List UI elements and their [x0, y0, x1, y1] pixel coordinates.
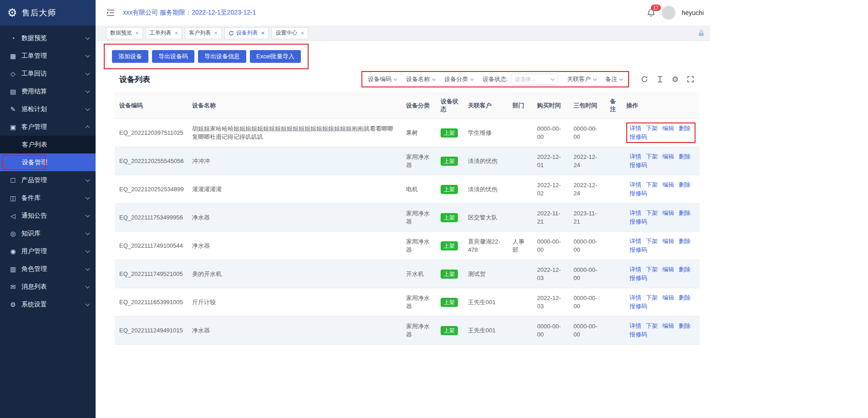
action-detail-link[interactable]: 详情	[629, 181, 641, 189]
column-header: 备注	[605, 92, 622, 119]
action-edit-link[interactable]: 编辑	[662, 124, 674, 133]
action-repair-code-link[interactable]: 报修码	[629, 331, 647, 339]
tab-customer-list[interactable]: 客户列表×	[185, 27, 222, 39]
column-header: 设备分类	[401, 92, 436, 119]
sidebar-item-product-management[interactable]: ☐产品管理	[0, 171, 96, 189]
action-delete-link[interactable]: 删除	[679, 209, 690, 217]
sidebar-subitem-label: 设备管理	[22, 158, 89, 167]
sidebar-item-knowledge-base[interactable]: ◎知识库	[0, 224, 96, 242]
filter-device-status[interactable]: 设备状态:请选择...	[482, 74, 558, 85]
action-take-down-link[interactable]: 下架	[646, 181, 658, 189]
action-repair-code-link[interactable]: 报修码	[629, 274, 647, 282]
action-take-down-link[interactable]: 下架	[646, 209, 658, 217]
action-edit-link[interactable]: 编辑	[662, 153, 674, 161]
sidebar-item-message-list[interactable]: ✉消息列表	[0, 278, 96, 296]
filter-device-code[interactable]: 设备编码	[368, 75, 397, 83]
action-take-down-link[interactable]: 下架	[646, 265, 658, 274]
sidebar-item-notices[interactable]: ◁通知公告	[0, 207, 96, 224]
cell-device-status: 上架	[436, 147, 463, 175]
sidebar-item-data-preview[interactable]: ◔数据预览	[0, 29, 96, 47]
action-repair-code-link[interactable]: 报修码	[629, 302, 647, 311]
fullscreen-icon[interactable]	[687, 76, 694, 83]
cell-device-category: 家用净水器	[401, 147, 436, 175]
username[interactable]: heyuchi	[682, 9, 704, 16]
action-repair-code-link[interactable]: 报修码	[629, 189, 647, 198]
sidebar-subitem-customer-list[interactable]: 客户列表	[0, 136, 96, 153]
action-edit-link[interactable]: 编辑	[662, 209, 674, 217]
cell-device-status: 上架	[436, 288, 463, 316]
close-icon[interactable]: ×	[214, 30, 218, 36]
action-edit-link[interactable]: 编辑	[662, 237, 674, 245]
sidebar-item-label: 备件库	[21, 194, 86, 202]
collapse-sidebar-icon[interactable]	[107, 9, 115, 16]
cell-warranty-date: 0000-00-00	[569, 119, 605, 147]
export-icon[interactable]	[656, 76, 664, 83]
action-repair-code-link[interactable]: 报修码	[629, 246, 647, 254]
action-take-down-link[interactable]: 下架	[646, 124, 658, 133]
tab-work-order-list[interactable]: 工单列表×	[146, 27, 183, 39]
action-take-down-link[interactable]: 下架	[646, 153, 658, 161]
action-detail-link[interactable]: 详情	[629, 153, 641, 161]
sidebar-item-fee-settlement[interactable]: ▤费用结算	[0, 82, 96, 100]
sidebar-item-work-order-management[interactable]: ▦工单管理	[0, 47, 96, 65]
close-icon[interactable]: ×	[135, 30, 139, 36]
tab-device-list[interactable]: 设备列表×	[224, 27, 269, 39]
notification-bell-icon[interactable]: 17	[647, 9, 655, 17]
action-edit-link[interactable]: 编辑	[662, 322, 674, 330]
filter-device-category[interactable]: 设备分类	[444, 75, 473, 83]
action-delete-link[interactable]: 删除	[679, 237, 690, 245]
close-icon[interactable]: ×	[261, 30, 265, 36]
sidebar-item-customer-management[interactable]: ▣客户管理	[0, 118, 96, 136]
sidebar-item-spare-parts[interactable]: ◫备件库	[0, 189, 96, 207]
logo: ⚙ 售后大师	[0, 0, 96, 25]
action-edit-link[interactable]: 编辑	[662, 181, 674, 189]
export-device-info-button[interactable]: 导出设备信息	[198, 50, 246, 63]
action-delete-link[interactable]: 删除	[679, 322, 690, 330]
filter-related-customer[interactable]: 关联客户	[567, 75, 596, 83]
tab-label: 设备列表	[236, 29, 258, 37]
action-delete-link[interactable]: 删除	[679, 124, 690, 133]
action-detail-link[interactable]: 详情	[629, 237, 641, 245]
close-icon[interactable]: ×	[175, 30, 178, 36]
avatar[interactable]	[662, 6, 675, 20]
action-delete-link[interactable]: 删除	[679, 181, 690, 189]
device-table-body: EQ_2022120397511025胡姐姐家哈哈哈姐姐姐姐姐姐姐姐姐姐姐姐姐姐…	[115, 119, 700, 345]
sidebar-subitem-device-management[interactable]: 设备管理	[0, 153, 96, 171]
close-icon[interactable]: ×	[300, 30, 304, 36]
tab-label: 工单列表	[150, 29, 172, 37]
sidebar-item-role-management[interactable]: ▥角色管理	[0, 260, 96, 278]
device-status-select[interactable]: 请选择...	[511, 74, 558, 85]
filter-note[interactable]: 备注	[605, 75, 623, 83]
sidebar-item-inspection-plan[interactable]: ✎巡检计划	[0, 100, 96, 118]
action-repair-code-link[interactable]: 报修码	[629, 218, 647, 226]
action-take-down-link[interactable]: 下架	[646, 237, 658, 245]
action-detail-link[interactable]: 详情	[629, 124, 641, 133]
tab-refresh-icon[interactable]	[228, 31, 234, 36]
excel-import-button[interactable]: Excel批量导入	[250, 50, 301, 63]
tab-data-preview[interactable]: 数据预览×	[106, 27, 143, 39]
action-delete-link[interactable]: 删除	[679, 294, 690, 302]
export-device-code-button[interactable]: 导出设备码	[152, 50, 194, 63]
sidebar-item-system-settings[interactable]: ⚙系统设置	[0, 296, 96, 313]
add-device-button[interactable]: 添加设备	[112, 50, 148, 63]
chevron-down-icon	[86, 284, 90, 288]
action-detail-link[interactable]: 详情	[629, 322, 641, 330]
sidebar-item-user-management[interactable]: ◉用户管理	[0, 242, 96, 260]
action-edit-link[interactable]: 编辑	[662, 265, 674, 274]
action-detail-link[interactable]: 详情	[629, 294, 641, 302]
filter-device-name[interactable]: 设备名称	[406, 75, 435, 83]
tab-settings-center[interactable]: 设置中心×	[271, 27, 308, 39]
action-edit-link[interactable]: 编辑	[662, 294, 674, 302]
action-repair-code-link[interactable]: 报修码	[629, 161, 647, 169]
action-delete-link[interactable]: 删除	[679, 265, 690, 274]
action-take-down-link[interactable]: 下架	[646, 322, 658, 330]
action-take-down-link[interactable]: 下架	[646, 294, 658, 302]
action-detail-link[interactable]: 详情	[629, 209, 641, 217]
action-delete-link[interactable]: 删除	[679, 153, 690, 161]
sidebar-item-work-order-revisit[interactable]: ◇工单回访	[0, 65, 96, 82]
refresh-icon[interactable]	[641, 76, 648, 83]
action-detail-link[interactable]: 详情	[629, 265, 641, 274]
lock-icon[interactable]	[698, 30, 705, 37]
action-repair-code-link[interactable]: 报修码	[629, 133, 647, 141]
gear-icon[interactable]: ⚙	[672, 76, 679, 83]
